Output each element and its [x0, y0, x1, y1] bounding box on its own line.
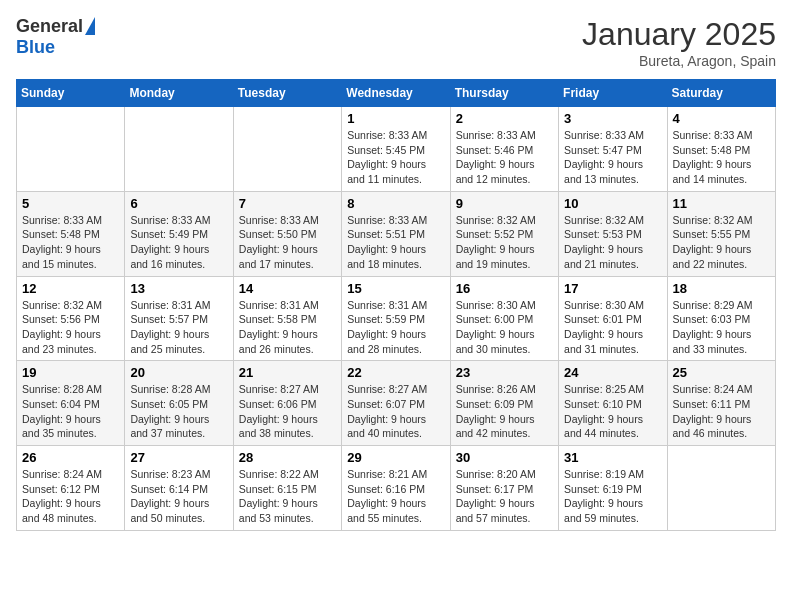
calendar-table: SundayMondayTuesdayWednesdayThursdayFrid…	[16, 79, 776, 531]
day-number: 20	[130, 365, 227, 380]
day-number: 14	[239, 281, 336, 296]
weekday-header-monday: Monday	[125, 80, 233, 107]
day-info: Sunrise: 8:24 AMSunset: 6:12 PMDaylight:…	[22, 467, 119, 526]
day-info: Sunrise: 8:30 AMSunset: 6:00 PMDaylight:…	[456, 298, 553, 357]
calendar-cell: 25Sunrise: 8:24 AMSunset: 6:11 PMDayligh…	[667, 361, 775, 446]
day-number: 21	[239, 365, 336, 380]
day-number: 6	[130, 196, 227, 211]
calendar-cell: 5Sunrise: 8:33 AMSunset: 5:48 PMDaylight…	[17, 191, 125, 276]
day-number: 26	[22, 450, 119, 465]
calendar-cell: 7Sunrise: 8:33 AMSunset: 5:50 PMDaylight…	[233, 191, 341, 276]
calendar-title-area: January 2025 Bureta, Aragon, Spain	[582, 16, 776, 69]
calendar-cell: 24Sunrise: 8:25 AMSunset: 6:10 PMDayligh…	[559, 361, 667, 446]
day-info: Sunrise: 8:31 AMSunset: 5:59 PMDaylight:…	[347, 298, 444, 357]
calendar-cell: 6Sunrise: 8:33 AMSunset: 5:49 PMDaylight…	[125, 191, 233, 276]
calendar-week-row: 19Sunrise: 8:28 AMSunset: 6:04 PMDayligh…	[17, 361, 776, 446]
calendar-cell: 28Sunrise: 8:22 AMSunset: 6:15 PMDayligh…	[233, 446, 341, 531]
calendar-cell	[233, 107, 341, 192]
weekday-header-friday: Friday	[559, 80, 667, 107]
calendar-cell	[125, 107, 233, 192]
calendar-week-row: 12Sunrise: 8:32 AMSunset: 5:56 PMDayligh…	[17, 276, 776, 361]
calendar-cell: 13Sunrise: 8:31 AMSunset: 5:57 PMDayligh…	[125, 276, 233, 361]
day-number: 24	[564, 365, 661, 380]
weekday-header-thursday: Thursday	[450, 80, 558, 107]
day-info: Sunrise: 8:19 AMSunset: 6:19 PMDaylight:…	[564, 467, 661, 526]
calendar-week-row: 5Sunrise: 8:33 AMSunset: 5:48 PMDaylight…	[17, 191, 776, 276]
calendar-cell: 11Sunrise: 8:32 AMSunset: 5:55 PMDayligh…	[667, 191, 775, 276]
day-info: Sunrise: 8:25 AMSunset: 6:10 PMDaylight:…	[564, 382, 661, 441]
day-number: 29	[347, 450, 444, 465]
day-info: Sunrise: 8:31 AMSunset: 5:57 PMDaylight:…	[130, 298, 227, 357]
day-info: Sunrise: 8:27 AMSunset: 6:07 PMDaylight:…	[347, 382, 444, 441]
calendar-cell: 27Sunrise: 8:23 AMSunset: 6:14 PMDayligh…	[125, 446, 233, 531]
day-info: Sunrise: 8:20 AMSunset: 6:17 PMDaylight:…	[456, 467, 553, 526]
day-number: 31	[564, 450, 661, 465]
day-number: 1	[347, 111, 444, 126]
day-number: 8	[347, 196, 444, 211]
day-number: 3	[564, 111, 661, 126]
calendar-cell: 8Sunrise: 8:33 AMSunset: 5:51 PMDaylight…	[342, 191, 450, 276]
calendar-week-row: 26Sunrise: 8:24 AMSunset: 6:12 PMDayligh…	[17, 446, 776, 531]
day-info: Sunrise: 8:32 AMSunset: 5:52 PMDaylight:…	[456, 213, 553, 272]
calendar-cell: 26Sunrise: 8:24 AMSunset: 6:12 PMDayligh…	[17, 446, 125, 531]
day-info: Sunrise: 8:33 AMSunset: 5:47 PMDaylight:…	[564, 128, 661, 187]
day-number: 11	[673, 196, 770, 211]
day-number: 27	[130, 450, 227, 465]
day-info: Sunrise: 8:23 AMSunset: 6:14 PMDaylight:…	[130, 467, 227, 526]
calendar-cell	[667, 446, 775, 531]
weekday-header-row: SundayMondayTuesdayWednesdayThursdayFrid…	[17, 80, 776, 107]
logo-triangle-icon	[85, 17, 95, 35]
day-info: Sunrise: 8:32 AMSunset: 5:55 PMDaylight:…	[673, 213, 770, 272]
day-number: 12	[22, 281, 119, 296]
calendar-cell: 3Sunrise: 8:33 AMSunset: 5:47 PMDaylight…	[559, 107, 667, 192]
calendar-cell: 2Sunrise: 8:33 AMSunset: 5:46 PMDaylight…	[450, 107, 558, 192]
calendar-cell: 21Sunrise: 8:27 AMSunset: 6:06 PMDayligh…	[233, 361, 341, 446]
day-number: 16	[456, 281, 553, 296]
day-info: Sunrise: 8:33 AMSunset: 5:50 PMDaylight:…	[239, 213, 336, 272]
day-info: Sunrise: 8:26 AMSunset: 6:09 PMDaylight:…	[456, 382, 553, 441]
logo: General Blue	[16, 16, 95, 58]
day-number: 15	[347, 281, 444, 296]
logo-blue-text: Blue	[16, 37, 55, 58]
page-header: General Blue January 2025 Bureta, Aragon…	[16, 16, 776, 69]
day-info: Sunrise: 8:33 AMSunset: 5:51 PMDaylight:…	[347, 213, 444, 272]
day-number: 17	[564, 281, 661, 296]
day-number: 13	[130, 281, 227, 296]
calendar-cell: 23Sunrise: 8:26 AMSunset: 6:09 PMDayligh…	[450, 361, 558, 446]
calendar-cell: 10Sunrise: 8:32 AMSunset: 5:53 PMDayligh…	[559, 191, 667, 276]
day-number: 28	[239, 450, 336, 465]
day-number: 18	[673, 281, 770, 296]
day-info: Sunrise: 8:27 AMSunset: 6:06 PMDaylight:…	[239, 382, 336, 441]
day-info: Sunrise: 8:30 AMSunset: 6:01 PMDaylight:…	[564, 298, 661, 357]
day-info: Sunrise: 8:33 AMSunset: 5:46 PMDaylight:…	[456, 128, 553, 187]
logo-general-text: General	[16, 16, 83, 37]
day-number: 23	[456, 365, 553, 380]
day-number: 22	[347, 365, 444, 380]
day-info: Sunrise: 8:24 AMSunset: 6:11 PMDaylight:…	[673, 382, 770, 441]
day-info: Sunrise: 8:32 AMSunset: 5:56 PMDaylight:…	[22, 298, 119, 357]
day-info: Sunrise: 8:33 AMSunset: 5:48 PMDaylight:…	[22, 213, 119, 272]
day-number: 19	[22, 365, 119, 380]
day-number: 4	[673, 111, 770, 126]
calendar-cell: 15Sunrise: 8:31 AMSunset: 5:59 PMDayligh…	[342, 276, 450, 361]
day-info: Sunrise: 8:28 AMSunset: 6:05 PMDaylight:…	[130, 382, 227, 441]
calendar-cell: 4Sunrise: 8:33 AMSunset: 5:48 PMDaylight…	[667, 107, 775, 192]
day-number: 2	[456, 111, 553, 126]
calendar-cell: 31Sunrise: 8:19 AMSunset: 6:19 PMDayligh…	[559, 446, 667, 531]
day-info: Sunrise: 8:22 AMSunset: 6:15 PMDaylight:…	[239, 467, 336, 526]
calendar-cell: 19Sunrise: 8:28 AMSunset: 6:04 PMDayligh…	[17, 361, 125, 446]
day-info: Sunrise: 8:31 AMSunset: 5:58 PMDaylight:…	[239, 298, 336, 357]
calendar-cell: 12Sunrise: 8:32 AMSunset: 5:56 PMDayligh…	[17, 276, 125, 361]
weekday-header-saturday: Saturday	[667, 80, 775, 107]
calendar-cell: 14Sunrise: 8:31 AMSunset: 5:58 PMDayligh…	[233, 276, 341, 361]
day-info: Sunrise: 8:32 AMSunset: 5:53 PMDaylight:…	[564, 213, 661, 272]
day-number: 7	[239, 196, 336, 211]
calendar-week-row: 1Sunrise: 8:33 AMSunset: 5:45 PMDaylight…	[17, 107, 776, 192]
day-info: Sunrise: 8:33 AMSunset: 5:48 PMDaylight:…	[673, 128, 770, 187]
calendar-cell: 29Sunrise: 8:21 AMSunset: 6:16 PMDayligh…	[342, 446, 450, 531]
calendar-cell: 1Sunrise: 8:33 AMSunset: 5:45 PMDaylight…	[342, 107, 450, 192]
calendar-cell: 18Sunrise: 8:29 AMSunset: 6:03 PMDayligh…	[667, 276, 775, 361]
day-number: 5	[22, 196, 119, 211]
calendar-cell: 20Sunrise: 8:28 AMSunset: 6:05 PMDayligh…	[125, 361, 233, 446]
month-title: January 2025	[582, 16, 776, 53]
